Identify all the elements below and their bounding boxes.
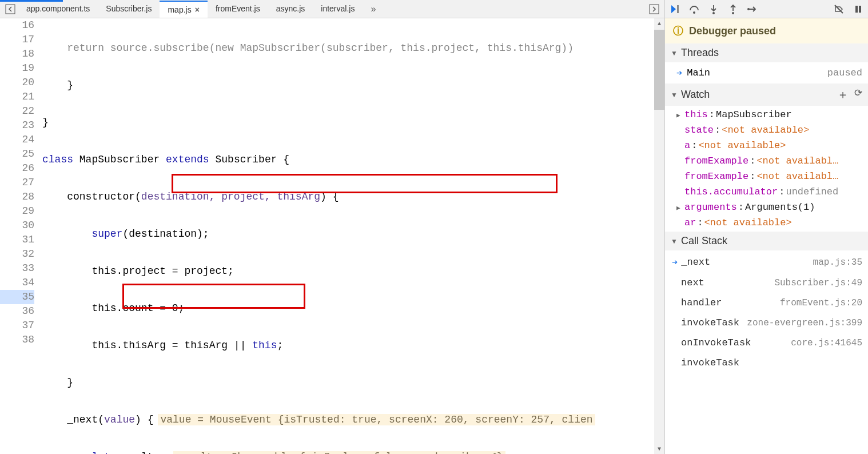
scrollbar-thumb[interactable] [654,30,664,110]
watch-expression-name: fromExample [684,171,748,182]
watch-expression-value: <not availabl… [756,171,838,182]
code-line: } [40,376,654,390]
svg-point-6 [747,8,750,10]
tab-app-component-ts[interactable]: app.component.ts [18,1,98,18]
watch-expression-value: undefined [786,186,838,197]
step-out-button[interactable] [727,3,739,15]
line-number: 23 [0,118,34,133]
tab-fromEvent-js[interactable]: fromEvent.js [208,1,268,18]
inline-value-hint: value = MouseEvent {isTrusted: true, scr… [158,414,595,425]
code-line: class MapSubscriber extends Subscriber { [40,153,654,167]
inline-value-hint: result = Observable {_isScalar: false, _… [173,451,505,454]
code-lines[interactable]: return source.subscribe(new MapSubscribe… [40,18,654,454]
line-number: 29 [0,204,34,218]
threads-panel-header[interactable]: ▼ Threads [665,43,868,62]
debugger-sidebar: ⓘ Debugger paused ▼ Threads ➔ Main pause… [665,0,868,454]
watch-row[interactable]: state: <not available> [665,122,868,138]
watch-row[interactable]: this.accumulator: undefined [665,184,868,200]
line-number: 27 [0,176,34,190]
code-line: constructor(destination, project, thisAr… [40,190,654,204]
stack-function-name: invokeTask [681,317,739,328]
callstack-frame[interactable]: ➔_nextmap.js:35 [665,252,868,273]
line-number: 22 [0,104,34,118]
watch-expression-name: this.accumulator [684,186,778,197]
watch-row[interactable]: a: <not available> [665,138,868,153]
threads-panel: ➔ Main paused [665,62,868,83]
code-line: super(destination); [40,227,654,241]
code-line: } [40,78,654,93]
line-number: 36 [0,304,34,318]
line-number: 18 [0,47,34,61]
tab-toggle-icon[interactable] [646,1,662,17]
code-line: return source.subscribe(new MapSubscribe… [40,41,654,55]
line-number: 16 [0,18,34,33]
watch-expression-value: <not available> [698,140,786,151]
watch-row[interactable]: ▶this: MapSubscriber [665,107,868,122]
vertical-scrollbar[interactable]: ▲ ▼ [654,18,664,454]
line-number: 37 [0,318,34,333]
watch-expression-value: Arguments(1) [745,202,815,213]
resume-button[interactable] [668,3,681,15]
watch-panel: ▶this: MapSubscriberstate: <not availabl… [665,106,868,232]
scroll-down-icon[interactable]: ▼ [654,444,664,454]
code-line: this.project = project; [40,264,654,278]
line-number: 24 [0,133,34,147]
line-number: 17 [0,33,34,47]
pause-exceptions-button[interactable] [852,3,865,15]
line-number: 28 [0,190,34,204]
callstack-frame[interactable]: invokeTask [665,353,868,373]
step-into-button[interactable] [707,3,720,15]
svg-rect-2 [677,5,679,13]
watch-row[interactable]: fromExample: <not availabl… [665,169,868,184]
callstack-frame[interactable]: handlerfromEvent.js:20 [665,293,868,313]
watch-expression-name: state [684,125,714,136]
thread-row-main[interactable]: ➔ Main paused [665,63,868,82]
thread-status: paused [827,67,862,78]
watch-expression-name: fromExample [684,156,748,166]
svg-point-4 [712,12,715,14]
threads-label: Threads [681,47,719,59]
stack-function-name: onInvokeTask [681,337,751,348]
tab-history-back-icon[interactable] [2,1,18,17]
code-area[interactable]: 1617181920212223242526272829303132333435… [0,18,664,454]
refresh-watch-icon[interactable]: ⟳ [854,87,862,102]
svg-point-5 [732,12,734,14]
watch-row[interactable]: ▶arguments: Arguments(1) [665,200,868,215]
callstack-label: Call Stack [681,235,727,247]
stack-location: map.js:35 [813,257,862,268]
watch-panel-header[interactable]: ▼ Watch ＋ ⟳ [665,83,868,106]
step-over-button[interactable] [688,3,700,15]
stack-function-name: _next [681,257,710,268]
callstack-frame[interactable]: nextSubscriber.js:49 [665,273,868,293]
stack-function-name: next [681,277,704,288]
code-line: } [40,116,654,130]
debugger-paused-label: Debugger paused [689,25,776,37]
watch-row[interactable]: fromExample: <not availabl… [665,153,868,169]
debug-toolbar [665,0,868,18]
tab-async-js[interactable]: async.js [268,1,313,18]
callstack-panel: ➔_nextmap.js:35nextSubscriber.js:49handl… [665,250,868,374]
line-number: 31 [0,233,34,247]
callstack-frame[interactable]: invokeTaskzone-evergreen.js:399 [665,313,868,333]
tab-interval-js[interactable]: interval.js [313,1,363,18]
tab-close-icon[interactable]: × [195,5,200,14]
current-thread-icon: ➔ [676,67,682,79]
line-number: 26 [0,161,34,176]
debugger-paused-banner: ⓘ Debugger paused [665,18,868,43]
line-number: 35 [0,290,34,304]
tabs-overflow-icon[interactable]: » [363,1,384,18]
callstack-frame[interactable]: onInvokeTaskcore.js:41645 [665,333,868,353]
tab-map-js[interactable]: map.js× [160,1,207,18]
add-watch-icon[interactable]: ＋ [837,87,849,102]
watch-row[interactable]: ar: <not available> [665,215,868,230]
deactivate-breakpoints-button[interactable] [833,3,845,15]
code-line: this.count = 0; [40,301,654,316]
stack-function-name: handler [681,297,722,308]
line-number: 30 [0,218,34,233]
callstack-panel-header[interactable]: ▼ Call Stack [665,232,868,250]
step-button[interactable] [746,3,759,15]
chevron-down-icon: ▼ [671,91,678,99]
tab-Subscriber-js[interactable]: Subscriber.js [98,1,160,18]
loading-indicator [0,0,63,2]
scroll-up-icon[interactable]: ▲ [654,18,664,29]
